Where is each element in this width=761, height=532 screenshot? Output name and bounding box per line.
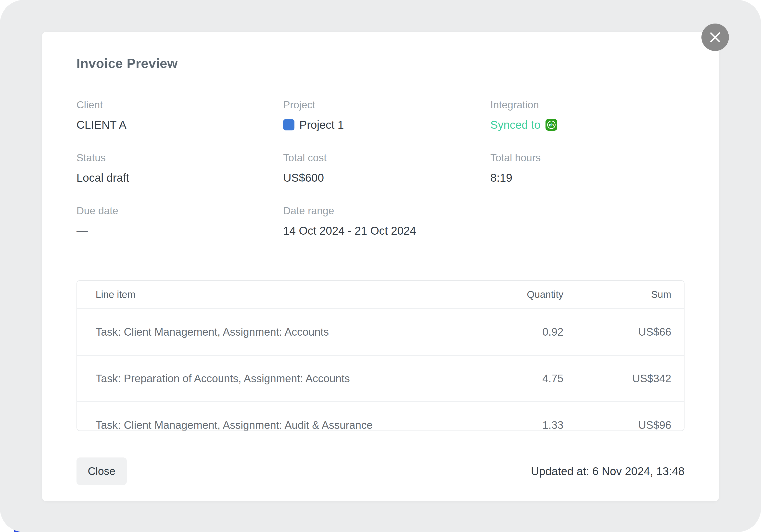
project-color-swatch [283, 119, 294, 130]
quantity-cell: 1.33 [490, 419, 563, 431]
close-icon [709, 31, 721, 43]
field-total-hours: Total hours 8:19 [490, 152, 684, 185]
line-item-cell: Task: Client Management, Assignment: Acc… [95, 326, 490, 338]
due-date-label: Due date [77, 205, 283, 217]
invoice-summary-grid: Client CLIENT A Project Project 1 Integr… [77, 99, 684, 238]
total-hours-value: 8:19 [490, 171, 684, 185]
total-cost-label: Total cost [283, 152, 490, 164]
col-header-line-item: Line item [95, 289, 490, 300]
col-header-sum: Sum [563, 289, 671, 300]
client-value: CLIENT A [77, 118, 283, 132]
project-name: Project 1 [299, 118, 344, 132]
project-value: Project 1 [283, 118, 490, 132]
field-integration: Integration Synced to qb [490, 99, 684, 132]
line-items-table: Line item Quantity Sum Task: Client Mana… [77, 280, 684, 431]
close-button[interactable]: Close [77, 457, 127, 485]
field-due-date: Due date — [77, 205, 283, 238]
total-hours-label: Total hours [490, 152, 684, 164]
quickbooks-icon: qb [546, 119, 557, 131]
quantity-cell: 4.75 [490, 373, 563, 384]
project-label: Project [283, 99, 490, 111]
sum-cell: US$342 [563, 373, 671, 384]
date-range-value: 14 Oct 2024 - 21 Oct 2024 [283, 224, 490, 238]
quickbooks-letters: qb [549, 123, 554, 127]
field-date-range: Date range 14 Oct 2024 - 21 Oct 2024 [283, 205, 490, 238]
table-row: Task: Client Management, Assignment: Aud… [77, 401, 684, 431]
integration-value: Synced to qb [490, 118, 684, 132]
modal-footer: Close Updated at: 6 Nov 2024, 13:48 [77, 457, 684, 485]
page-surface: Invoice Preview Client CLIENT A Project … [0, 0, 761, 532]
col-header-quantity: Quantity [490, 289, 563, 300]
quickbooks-ring: qb [547, 121, 556, 129]
quantity-cell: 0.92 [490, 326, 563, 338]
date-range-label: Date range [283, 205, 490, 217]
field-project: Project Project 1 [283, 99, 490, 132]
integration-label: Integration [490, 99, 684, 111]
close-x-button[interactable] [701, 24, 729, 51]
total-cost-value: US$600 [283, 171, 490, 185]
due-date-value: — [77, 224, 283, 238]
invoice-preview-modal: Invoice Preview Client CLIENT A Project … [42, 32, 719, 501]
status-label: Status [77, 152, 283, 164]
updated-at-text: Updated at: 6 Nov 2024, 13:48 [531, 465, 684, 478]
line-item-cell: Task: Preparation of Accounts, Assignmen… [95, 373, 490, 384]
field-client: Client CLIENT A [77, 99, 283, 132]
status-value: Local draft [77, 171, 283, 185]
table-row: Task: Client Management, Assignment: Acc… [77, 308, 684, 355]
synced-to-text: Synced to [490, 118, 541, 132]
sum-cell: US$96 [563, 419, 671, 431]
modal-title: Invoice Preview [77, 55, 684, 71]
field-status: Status Local draft [77, 152, 283, 185]
table-header-row: Line item Quantity Sum [77, 281, 684, 308]
line-item-cell: Task: Client Management, Assignment: Aud… [95, 419, 490, 431]
table-row: Task: Preparation of Accounts, Assignmen… [77, 355, 684, 401]
field-total-cost: Total cost US$600 [283, 152, 490, 185]
client-label: Client [77, 99, 283, 111]
sum-cell: US$66 [563, 326, 671, 338]
